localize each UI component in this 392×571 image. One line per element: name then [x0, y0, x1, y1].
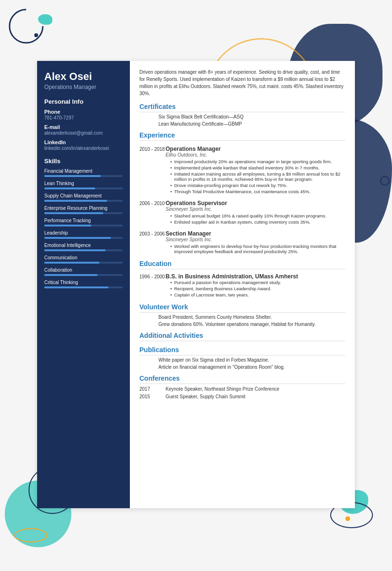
skill-item: Performance Tracking: [44, 218, 123, 226]
experience-item: 2003 - 2006 Section Manager Sincmeyer Sp…: [139, 230, 345, 255]
volunteer-item: Board President, Summers County Homeless…: [158, 315, 345, 320]
experience-item: 2006 - 2010 Operations Supervisor Sincme…: [139, 200, 345, 226]
certificates-heading: Certificates: [139, 103, 345, 112]
candidate-title: Operations Manager: [44, 84, 123, 90]
skill-item: Financial Management: [44, 168, 123, 177]
skill-bar-bg: [44, 225, 123, 226]
email-value: alexanderkosei@gmail.com: [44, 130, 123, 136]
conference-detail: Keynote Speaker, Northeast Shingo Prize …: [166, 386, 279, 392]
skill-bar-fill: [44, 225, 91, 226]
email-label: E-mail: [44, 124, 123, 130]
experience-bullet: Enlisted supplier aid in Kanban system, …: [170, 219, 345, 225]
education-heading: Education: [139, 260, 345, 269]
degree-title: B.S. in Business Administration, UMass A…: [166, 273, 345, 280]
experience-list: 2010 - 2018 Operations Manager Elihu Out…: [139, 146, 345, 255]
skill-bar-bg: [44, 249, 123, 251]
experience-bullet: Implemented plant-wide kanban that slash…: [170, 165, 345, 170]
skill-bar-bg: [44, 274, 123, 276]
linkedin-label: LinkedIn: [44, 139, 123, 145]
publications-list: White paper on Six Sigma cited in Forbes…: [139, 357, 345, 370]
linkedin-value: linkedin.com/in/alexanderkosei: [44, 146, 123, 151]
job-title: Operations Manager: [166, 146, 345, 152]
skill-bar-fill: [44, 262, 99, 264]
skill-bar-fill: [44, 175, 101, 177]
skill-bar-fill: [44, 200, 107, 202]
skill-item: Emotional Intelligence: [44, 243, 123, 251]
skill-item: Collaboration: [44, 267, 123, 276]
company-name: Sincmeyer Sports Inc.: [166, 237, 345, 242]
experience-detail: Operations Manager Elihu Outdoors, Inc. …: [166, 146, 345, 195]
skill-bar-bg: [44, 187, 123, 189]
candidate-name: Alex Osei: [44, 70, 123, 83]
skill-name: Lean Thinking: [44, 181, 123, 186]
skill-bar-fill: [44, 274, 98, 276]
conference-year: 2017: [139, 386, 166, 392]
experience-bullet: Drove mistake-proofing program that cut …: [170, 183, 345, 188]
phone-label: Phone: [44, 109, 123, 115]
education-bullet: Captain of Lacrosse team, two years.: [170, 292, 345, 297]
skill-bar-bg: [44, 200, 123, 202]
job-title: Section Manager: [166, 230, 345, 237]
job-title: Operations Supervisor: [166, 200, 345, 207]
education-date: 1996 - 2000: [139, 273, 166, 298]
skill-bar-fill: [44, 237, 111, 239]
experience-detail: Operations Supervisor Sincmeyer Sports I…: [166, 200, 345, 226]
skill-name: Critical Thinking: [44, 280, 123, 285]
education-bullet: Pursued a passion for operations managem…: [170, 280, 345, 285]
skill-bar-fill: [44, 187, 95, 189]
skill-name: Financial Management: [44, 168, 123, 174]
conference-detail: Guest Speaker, Supply Chain Summit: [166, 394, 245, 399]
certificates-list: Six Sigma Black Belt Certification—ASQLe…: [139, 114, 345, 127]
skill-name: Enterprise Resource Planning: [44, 206, 123, 211]
skill-name: Supply Chain Management: [44, 193, 123, 198]
conferences-list: 2017 Keynote Speaker, Northeast Shingo P…: [139, 386, 345, 399]
volunteer-heading: Volunteer Work: [139, 303, 345, 313]
resume-container: Alex Osei Operations Manager Personal In…: [37, 61, 355, 508]
main-content: Driven operations manager with 8+ years …: [130, 61, 355, 508]
personal-info-heading: Personal Info: [44, 98, 123, 105]
publication-item: Article on financial management in "Oper…: [158, 364, 345, 370]
skill-name: Leadership: [44, 230, 123, 236]
skill-item: Leadership: [44, 230, 123, 239]
skill-item: Critical Thinking: [44, 280, 123, 288]
publications-heading: Publications: [139, 346, 345, 355]
summary-text: Driven operations manager with 8+ years …: [139, 69, 345, 97]
skill-name: Collaboration: [44, 267, 123, 273]
skill-bar-fill: [44, 249, 106, 251]
experience-date: 2006 - 2010: [139, 200, 166, 226]
skill-bar-bg: [44, 286, 123, 288]
experience-bullet: Initiated Kaizen training across all emp…: [170, 171, 345, 182]
skill-name: Communication: [44, 255, 123, 260]
company-name: Sincmeyer Sports Inc.: [166, 207, 345, 212]
skills-heading: Skills: [44, 158, 123, 165]
skill-item: Enterprise Resource Planning: [44, 206, 123, 214]
skill-name: Performance Tracking: [44, 218, 123, 223]
skill-bar-fill: [44, 286, 108, 288]
volunteer-list: Board President, Summers County Homeless…: [139, 315, 345, 327]
experience-date: 2010 - 2018: [139, 146, 166, 195]
conference-year: 2015: [139, 394, 166, 399]
additional-heading: Additional Activities: [139, 332, 345, 341]
skill-item: Supply Chain Management: [44, 193, 123, 202]
experience-heading: Experience: [139, 131, 345, 141]
experience-bullet: Worked with engineers to develop hour-by…: [170, 244, 345, 254]
skills-list: Financial Management Lean Thinking Suppl…: [44, 168, 123, 288]
experience-date: 2003 - 2006: [139, 230, 166, 255]
skill-name: Emotional Intelligence: [44, 243, 123, 248]
skill-bar-bg: [44, 212, 123, 214]
cert-item: Six Sigma Black Belt Certification—ASQ: [158, 114, 345, 119]
cert-item: Lean Manufacturing Certificate—GBMP: [158, 121, 345, 127]
experience-bullet: Slashed annual budget 18% & raised quali…: [170, 213, 345, 218]
deco-dark-dot: [34, 33, 38, 37]
experience-bullet: Through Total Productive Maintenance, cu…: [170, 189, 345, 194]
publication-item: White paper on Six Sigma cited in Forbes…: [158, 357, 345, 363]
company-name: Elihu Outdoors, Inc.: [166, 152, 345, 158]
experience-item: 2010 - 2018 Operations Manager Elihu Out…: [139, 146, 345, 195]
skill-bar-bg: [44, 262, 123, 264]
skill-bar-bg: [44, 175, 123, 177]
education-bullet: Recipient, Isenberg Business Leadership …: [170, 286, 345, 291]
sidebar: Alex Osei Operations Manager Personal In…: [37, 61, 130, 508]
deco-teal-blob: [38, 14, 52, 25]
education-list: 1996 - 2000 B.S. in Business Administrat…: [139, 273, 345, 298]
phone-value: 781-470-7297: [44, 115, 123, 120]
